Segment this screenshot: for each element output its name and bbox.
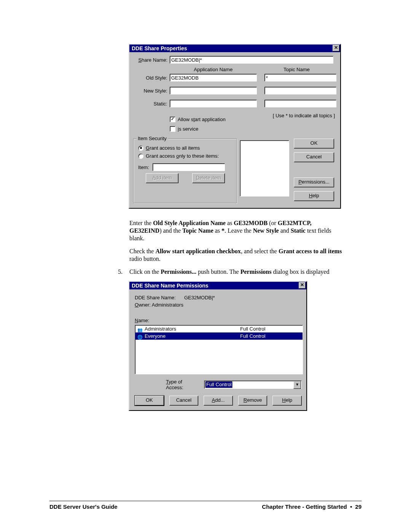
owner-label: Owner:: [135, 302, 151, 308]
static-app-field[interactable]: [170, 100, 257, 107]
grant-only-radio[interactable]: [138, 153, 143, 159]
cancel-button[interactable]: Cancel: [169, 396, 199, 406]
instruction-text: Enter the Old Style Application Name as …: [129, 219, 342, 276]
type-of-access-label: Type of Access:: [166, 379, 200, 390]
grant-all-radio[interactable]: [138, 145, 143, 151]
permissions-listbox[interactable]: 👥Administrators Full Control 🌐Everyone F…: [135, 325, 303, 374]
remove-button[interactable]: Remove: [238, 396, 268, 406]
item-security-group: Item Security Grant access to all items …: [133, 139, 237, 203]
dde-share-properties-dialog: DDE Share Properties ✕ Share Name: GE32M…: [129, 44, 341, 209]
title-bar: DDE Share Properties ✕: [129, 45, 340, 52]
item-label: Item:: [138, 165, 153, 170]
new-style-app-field[interactable]: [170, 87, 257, 94]
world-icon: 🌐: [137, 334, 143, 339]
type-of-access-select[interactable]: Full Control ▼: [204, 380, 302, 389]
list-item[interactable]: 👥Administrators Full Control: [135, 325, 303, 332]
old-style-label: Old Style:: [133, 75, 170, 81]
dialog-title: DDE Share Name Permissions: [132, 283, 209, 289]
delete-item-button[interactable]: Delete item: [192, 173, 225, 183]
dde-share-name-label: DDE Share Name:: [135, 295, 184, 300]
item-field[interactable]: [153, 163, 225, 171]
items-listbox[interactable]: [240, 140, 289, 197]
step-number: 5.: [118, 268, 129, 276]
name-label: Name:: [135, 318, 149, 323]
group-icon: 👥: [137, 326, 143, 332]
grant-all-label: Grant access to all items: [146, 145, 200, 151]
new-style-topic-field[interactable]: [264, 87, 336, 94]
list-item[interactable]: 🌐Everyone Full Control: [135, 332, 303, 340]
add-item-button[interactable]: Add item: [146, 173, 178, 183]
new-style-label: New Style:: [133, 88, 170, 94]
ok-button[interactable]: OK: [135, 396, 164, 406]
dde-share-name-permissions-dialog: DDE Share Name Permissions ✕ DDE Share N…: [129, 281, 307, 411]
topics-hint: [ Use * to indicate all topics ]: [226, 113, 336, 118]
grant-only-label: Grant access only to these items:: [146, 153, 219, 159]
ok-button[interactable]: OK: [294, 139, 334, 149]
owner-value: Administrators: [151, 302, 183, 308]
static-topic-field[interactable]: [264, 100, 336, 107]
item-security-legend: Item Security: [137, 136, 168, 141]
share-name-label: Share Name:: [133, 57, 170, 63]
static-label: Static:: [133, 101, 170, 107]
help-button[interactable]: Help: [272, 396, 302, 406]
footer-right: Chapter Three - Getting Started • 29: [262, 503, 362, 510]
topic-name-header: Topic Name: [257, 67, 336, 72]
close-icon[interactable]: ✕: [333, 45, 339, 51]
permissions-button[interactable]: Permissions...: [294, 177, 334, 187]
chevron-down-icon[interactable]: ▼: [293, 381, 301, 389]
is-service-checkbox[interactable]: [170, 126, 175, 132]
page-footer: DDE Server User's Guide Chapter Three - …: [49, 501, 362, 510]
dde-share-name-value: GE32MODB|*: [184, 295, 215, 300]
application-name-header: Application Name: [170, 67, 257, 72]
help-button[interactable]: Help: [294, 191, 334, 201]
dialog-title: DDE Share Properties: [132, 45, 187, 51]
title-bar: DDE Share Name Permissions ✕: [129, 282, 306, 289]
is-service-label: is service: [178, 126, 198, 132]
close-icon[interactable]: ✕: [299, 282, 306, 289]
allow-start-label: Allow start application: [178, 117, 226, 122]
allow-start-checkbox[interactable]: ✓: [170, 117, 175, 122]
cancel-button[interactable]: Cancel: [294, 152, 334, 162]
add-button[interactable]: Add...: [204, 396, 233, 406]
old-style-topic-field[interactable]: *: [264, 74, 336, 81]
footer-left: DDE Server User's Guide: [49, 503, 118, 510]
old-style-app-field[interactable]: GE32MODB: [170, 74, 257, 81]
share-name-field[interactable]: GE32MODB|*: [170, 56, 333, 64]
